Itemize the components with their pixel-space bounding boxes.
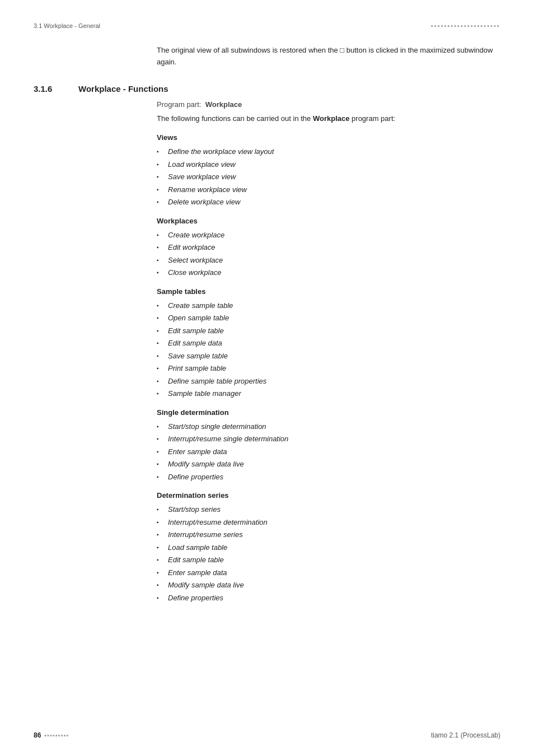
list-item: Open sample table — [157, 312, 500, 324]
list-item: Load sample table — [157, 542, 500, 553]
list-item: Sample table manager — [157, 388, 500, 399]
list-item: Enter sample data — [157, 567, 500, 578]
list-item: Interrupt/resume series — [157, 529, 500, 540]
header-decoration: ▪▪▪▪▪▪▪▪▪▪▪▪▪▪▪▪▪▪▪▪▪ — [431, 22, 500, 29]
list-item: Modify sample data live — [157, 580, 500, 591]
list-item: Rename workplace view — [157, 184, 500, 195]
section-heading: 3.1.6 Workplace - Functions — [34, 84, 500, 94]
sub-heading-2: Sample tables — [157, 287, 500, 296]
intro-functions-text: The following functions can be carried o… — [157, 113, 500, 125]
bullet-list-0: Define the workplace view layoutLoad wor… — [157, 146, 500, 208]
list-item: Enter sample data — [157, 446, 500, 458]
list-item: Load workplace view — [157, 159, 500, 170]
list-item: Save sample table — [157, 351, 500, 362]
list-item: Define properties — [157, 472, 500, 483]
header-section-label: 3.1 Workplace - General — [34, 22, 100, 29]
list-item: Define sample table properties — [157, 376, 500, 387]
bullet-list-4: Start/stop seriesInterrupt/resume determ… — [157, 504, 500, 603]
list-item: Interrupt/resume single determination — [157, 433, 500, 445]
list-item: Delete workplace view — [157, 197, 500, 208]
intro-paragraph: The original view of all subwindows is r… — [157, 45, 500, 68]
sub-heading-1: Workplaces — [157, 217, 500, 225]
list-item: Interrupt/resume determination — [157, 517, 500, 528]
list-item: Edit sample data — [157, 338, 500, 349]
list-item: Print sample table — [157, 363, 500, 374]
sub-sections-container: ViewsDefine the workplace view layoutLoa… — [157, 133, 500, 603]
list-item: Start/stop series — [157, 504, 500, 515]
footer-page: 86 ▪▪▪▪▪▪▪▪▪ — [34, 731, 69, 739]
content-area: Program part: Workplace The following fu… — [157, 100, 500, 604]
list-item: Define the workplace view layout — [157, 146, 500, 157]
bullet-list-1: Create workplaceEdit workplaceSelect wor… — [157, 230, 500, 278]
sub-heading-3: Single determination — [157, 408, 500, 417]
section-title: Workplace - Functions — [78, 84, 168, 94]
list-item: Edit sample table — [157, 325, 500, 337]
bullet-list-2: Create sample tableOpen sample tableEdit… — [157, 300, 500, 399]
page-footer: 86 ▪▪▪▪▪▪▪▪▪ tiamo 2.1 (ProcessLab) — [34, 731, 500, 739]
page-header: 3.1 Workplace - General ▪▪▪▪▪▪▪▪▪▪▪▪▪▪▪▪… — [34, 22, 500, 34]
list-item: Edit sample table — [157, 554, 500, 566]
list-item: Close workplace — [157, 267, 500, 278]
workplace-bold: Workplace — [313, 114, 350, 123]
program-part-label: Program part: — [157, 100, 201, 109]
list-item: Save workplace view — [157, 171, 500, 183]
sub-heading-0: Views — [157, 133, 500, 142]
list-item: Create sample table — [157, 300, 500, 311]
intro-text: The original view of all subwindows is r… — [157, 46, 493, 66]
list-item: Edit workplace — [157, 242, 500, 253]
list-item: Select workplace — [157, 255, 500, 266]
footer-dots: ▪▪▪▪▪▪▪▪▪ — [44, 732, 69, 739]
section-number: 3.1.6 — [34, 84, 78, 94]
sub-heading-4: Determination series — [157, 491, 500, 500]
footer-product: tiamo 2.1 (ProcessLab) — [431, 731, 500, 739]
bullet-list-3: Start/stop single determinationInterrupt… — [157, 421, 500, 483]
list-item: Start/stop single determination — [157, 421, 500, 432]
list-item: Create workplace — [157, 230, 500, 241]
program-part-value: Workplace — [205, 100, 242, 109]
page-number: 86 — [34, 731, 41, 739]
list-item: Modify sample data live — [157, 459, 500, 470]
page: 3.1 Workplace - General ▪▪▪▪▪▪▪▪▪▪▪▪▪▪▪▪… — [0, 0, 534, 756]
list-item: Define properties — [157, 592, 500, 604]
program-part: Program part: Workplace — [157, 100, 500, 109]
